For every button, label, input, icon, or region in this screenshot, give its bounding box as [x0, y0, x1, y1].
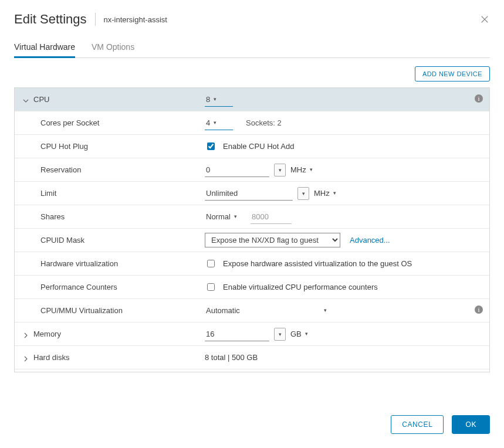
chevron-down-icon: ▾	[214, 96, 217, 102]
limit-label: Limit	[23, 189, 205, 198]
svg-text:i: i	[478, 306, 479, 313]
memory-unit: GB	[290, 330, 302, 338]
hv-label: Hardware virtualization	[23, 259, 205, 268]
hv-expose-checkbox[interactable]	[207, 260, 215, 267]
row-shares: Shares Normal ▾	[15, 205, 489, 229]
perf-check-label: Enable virtualized CPU performance count…	[223, 283, 378, 291]
limit-input[interactable]	[205, 186, 293, 201]
section-hard-disks[interactable]: Hard disks 8 total | 500 GB	[15, 346, 489, 369]
shares-mode: Normal	[206, 212, 231, 221]
section-memory[interactable]: Memory ▾ GB ▾	[15, 323, 489, 346]
reservation-unit: MHz	[290, 165, 306, 174]
memory-stepper[interactable]: ▾	[274, 328, 286, 341]
tab-virtual-hardware[interactable]: Virtual Hardware	[14, 38, 75, 58]
row-cpuid-mask: CPUID Mask Expose the NX/XD flag to gues…	[15, 229, 489, 252]
sockets-info: Sockets: 2	[246, 118, 282, 127]
info-icon[interactable]: i	[474, 305, 483, 316]
info-icon[interactable]: i	[474, 94, 483, 105]
ok-button[interactable]: OK	[452, 415, 490, 434]
perf-label: Performance Counters	[23, 283, 205, 291]
cpu-section-label: CPU	[33, 95, 49, 104]
memory-unit-select[interactable]: GB ▾	[290, 330, 308, 339]
page-title: Edit Settings	[14, 12, 87, 27]
close-button[interactable]	[479, 14, 490, 26]
hotplug-label: CPU Hot Plug	[23, 142, 205, 151]
chevron-down-icon: ▾	[305, 331, 308, 337]
chevron-down-icon: ▾	[333, 190, 336, 196]
shares-mode-select[interactable]: Normal ▾	[205, 210, 240, 224]
row-reservation: Reservation ▾ MHz ▾	[15, 158, 489, 182]
limit-unit-select[interactable]: MHz ▾	[314, 189, 336, 198]
memory-section-label: Memory	[33, 330, 61, 338]
cpuid-label: CPUID Mask	[23, 236, 205, 245]
cores-value: 4	[206, 118, 210, 127]
row-cpu-mmu: CPU/MMU Virtualization Automatic ▾ i	[15, 299, 489, 323]
perf-counters-checkbox[interactable]	[207, 283, 215, 291]
title-divider	[95, 13, 96, 26]
mmu-value: Automatic	[206, 306, 240, 315]
cpuid-advanced-link[interactable]: Advanced...	[350, 236, 390, 245]
add-new-device-button[interactable]: ADD NEW DEVICE	[415, 66, 490, 82]
limit-unit: MHz	[314, 189, 330, 198]
row-cpu-hot-plug: CPU Hot Plug Enable CPU Hot Add	[15, 135, 489, 158]
shares-label: Shares	[23, 212, 205, 221]
row-cores-per-socket: Cores per Socket 4 ▾ Sockets: 2	[15, 111, 489, 135]
chevron-down-icon: ▾	[214, 120, 217, 125]
section-cpu[interactable]: CPU 8 ▾ i	[15, 88, 489, 111]
chevron-down-icon: ▾	[324, 307, 327, 313]
section-scsi-controller[interactable]: SCSI controller 0 LSI Logic SAS	[15, 369, 489, 372]
cores-label: Cores per Socket	[23, 118, 205, 127]
chevron-right-icon	[23, 331, 29, 337]
shares-value-input	[251, 210, 292, 224]
disks-summary: 8 total | 500 GB	[205, 353, 258, 362]
chevron-down-icon: ▾	[310, 167, 313, 172]
reservation-unit-select[interactable]: MHz ▾	[290, 165, 313, 175]
hv-check-label: Expose hardware assisted virtualization …	[223, 259, 412, 268]
close-icon	[479, 14, 490, 25]
chevron-down-icon: ▾	[234, 213, 237, 219]
cpuid-mask-select[interactable]: Expose the NX/XD flag to guest	[205, 233, 340, 247]
memory-input[interactable]	[205, 327, 269, 341]
cpu-count-select[interactable]: 8 ▾	[205, 93, 233, 107]
reservation-input[interactable]	[205, 163, 269, 177]
cancel-button[interactable]: CANCEL	[391, 415, 444, 434]
reservation-label: Reservation	[23, 165, 205, 174]
row-performance-counters: Performance Counters Enable virtualized …	[15, 276, 489, 299]
tab-vm-options[interactable]: VM Options	[92, 38, 134, 58]
limit-stepper[interactable]: ▾	[297, 187, 309, 200]
cores-per-socket-select[interactable]: 4 ▾	[205, 116, 233, 130]
hotplug-check-label: Enable CPU Hot Add	[223, 142, 294, 151]
row-hardware-virtualization: Hardware virtualization Expose hardware …	[15, 252, 489, 276]
mmu-select[interactable]: Automatic ▾	[205, 304, 328, 318]
mmu-label: CPU/MMU Virtualization	[23, 306, 205, 315]
row-limit: Limit ▾ MHz ▾	[15, 182, 489, 205]
chevron-right-icon	[23, 355, 29, 361]
cpu-count-value: 8	[206, 95, 210, 104]
svg-text:i: i	[478, 95, 479, 102]
page-subtitle: nx-intersight-assist	[104, 15, 167, 24]
disks-section-label: Hard disks	[33, 353, 69, 362]
chevron-down-icon	[23, 97, 29, 103]
enable-cpu-hot-add-checkbox[interactable]	[207, 142, 215, 150]
reservation-stepper[interactable]: ▾	[274, 164, 286, 177]
settings-scroll-area[interactable]: CPU 8 ▾ i Cores per Socket 4 ▾ Sockets: …	[14, 87, 490, 372]
